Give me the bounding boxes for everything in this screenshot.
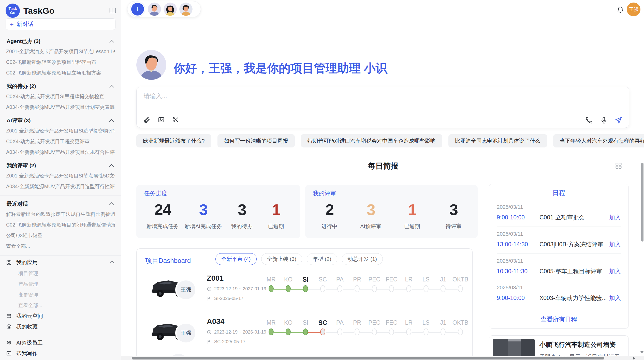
milestone-LR: LR <box>400 317 417 337</box>
list-item[interactable]: 公司Q3轻卡销量 <box>6 230 115 241</box>
join-button[interactable]: 加入 <box>609 214 621 221</box>
notification-bell-icon[interactable] <box>617 6 625 14</box>
suggestion-chip[interactable]: 如何写一份清晰的项目周报 <box>217 134 295 147</box>
tab-powertrain[interactable]: 动总开发 (1) <box>342 253 383 265</box>
new-chat-button[interactable]: + 新对话 <box>6 18 115 30</box>
sidebar-collapse-icon[interactable] <box>109 7 116 14</box>
list-item[interactable]: C02-飞腾新能源轻客改款项目立项汇报方案 <box>6 67 115 78</box>
microphone-button[interactable] <box>599 116 608 125</box>
project-dashboard-card: 项目Dashboard 全新平台 (4) 全新上装 (3) 年型 (2) 动总开… <box>136 248 473 360</box>
sidebar-item-project-mgmt[interactable]: 项目管理 <box>6 268 115 279</box>
milestone-SI: SI <box>297 274 314 293</box>
view-all-link[interactable]: 查看全部... <box>6 300 115 311</box>
milestone-FEC: FEC <box>383 317 400 337</box>
sidebar-item-cloud-space[interactable]: 我的云空间 <box>6 311 115 321</box>
voice-call-button[interactable] <box>585 116 593 125</box>
section-my-review[interactable]: 我的评审 (2) <box>7 162 114 169</box>
view-all-schedule-link[interactable]: 查看所有日程 <box>489 315 628 323</box>
milestone-FEC: FEC <box>383 274 400 293</box>
send-button[interactable] <box>614 116 623 125</box>
suggestion-chip[interactable]: 比亚迪全固态电池计划具体说了什么 <box>448 134 547 147</box>
schedule-date: 2025/03/11 <box>497 258 621 264</box>
project-code: Z001 <box>207 274 224 282</box>
join-button[interactable]: 加入 <box>609 267 621 275</box>
sidebar-item-change-mgmt[interactable]: 变更管理 <box>6 289 115 300</box>
message-composer <box>136 87 629 128</box>
milestone-LR: LR <box>400 274 417 293</box>
suggestion-chip[interactable]: 特朗普可能对进口汽车增税会对中国车企造成哪些影响 <box>301 134 442 147</box>
list-item[interactable]: Z001-全新燃油皮卡产品开发项目SI节点Lesson Learn报告 <box>6 46 115 57</box>
list-item[interactable]: Z001-全新燃油轻卡产品开发项目SI节点属性5D文件评审 <box>6 170 115 181</box>
project-row-z001[interactable]: 王强 Z001 2023-12-19 ~ 2027-01-19 SI-2025-… <box>137 272 472 315</box>
divider <box>0 196 121 196</box>
join-button[interactable]: 加入 <box>609 294 621 302</box>
list-item[interactable]: C02-飞腾新能源轻客改款项目里程碑画布 <box>6 57 115 67</box>
schedule-card: 日程 2025/03/11 9:00-10:00 C001-立项审批会 加入 2… <box>489 184 629 329</box>
plus-icon: + <box>131 3 144 16</box>
sidebar-item-favorites[interactable]: 我的收藏 <box>6 321 115 332</box>
agent-avatar-1[interactable] <box>148 3 161 16</box>
message-input[interactable] <box>143 92 577 107</box>
project-dates: 2023-12-19 ~ 2026-01-19 <box>207 329 266 335</box>
scroll-right-arrow[interactable] <box>633 357 635 359</box>
vertical-scrollbar-thumb[interactable] <box>641 163 643 242</box>
section-my-todo[interactable]: 我的待办 (2) <box>7 82 114 90</box>
list-item[interactable]: C0X4-动力总成开发项目工程变更评审 <box>6 136 115 147</box>
list-item[interactable]: C02-飞腾新能源轻客改款项目的闭环通告反馈情况 <box>6 219 115 230</box>
list-item[interactable]: A034-全新新能源MUV产品开发项目造型可行性评审 <box>6 181 115 192</box>
project-row-a034[interactable]: 王强 A034 2023-12-19 ~ 2026-01-19 SC-2025-… <box>137 315 472 358</box>
stat-pending-review: 3待评审 <box>440 199 467 230</box>
star-icon <box>6 324 12 329</box>
view-all-link[interactable]: 查看全部... <box>6 241 115 251</box>
schedule-entry: 2025/03/11 10:30-11:30 C005-整车工程目标评审 加入 <box>497 254 621 280</box>
apps-grid-icon <box>6 260 12 265</box>
tab-model-year[interactable]: 年型 (2) <box>307 253 337 265</box>
suggestion-chip[interactable]: 当下年轻人对汽车外观有怎样的喜好趋势 <box>553 134 644 147</box>
sidebar-item-help-write[interactable]: 帮我写作 <box>6 348 115 359</box>
schedule-entry: 2025/03/11 13:00-14:30 C003|H0B-方案冻结评审 加… <box>497 227 621 254</box>
people-icon <box>6 340 12 346</box>
scissors-icon <box>172 116 179 123</box>
join-button[interactable]: 加入 <box>609 241 621 248</box>
list-item[interactable]: 解释最新出台的欧盟报废车法规再生塑料比例被调至15%... <box>6 209 115 219</box>
stat-my-todo: 3我的待办 <box>228 199 256 230</box>
milestone-PEC: PEC <box>366 274 383 293</box>
scroll-down-arrow[interactable] <box>640 351 643 353</box>
list-item[interactable]: Z001-全新燃油轻卡产品开发项目SI造型提交物评审 <box>6 125 115 136</box>
section-agent-done[interactable]: Agent已办 (3) <box>7 37 114 45</box>
section-my-apps[interactable]: 我的应用 <box>6 257 115 268</box>
layout-grid-icon[interactable] <box>615 162 623 170</box>
tab-new-body[interactable]: 全新上装 (3) <box>261 253 302 265</box>
agent-toolbar: + <box>127 1 201 17</box>
schedule-title: 日程 <box>489 189 628 197</box>
schedule-name: X003-车辆动力学性能验... <box>539 294 609 302</box>
suggestion-chip[interactable]: 欧洲新规最近颁布了什么? <box>136 134 211 147</box>
horizontal-scrollbar-thumb[interactable] <box>132 357 604 359</box>
sidebar-item-product-mgmt[interactable]: 产品管理 <box>6 279 115 289</box>
list-item[interactable]: A034-全新新能源MUV产品开发项目计划变更表编写 <box>6 102 115 112</box>
agent-avatar-3[interactable] <box>179 3 193 16</box>
project-flag-date: SI-2025-05-17 <box>207 296 243 301</box>
schedule-time: 13:00-14:30 <box>497 241 539 248</box>
news-title: 小鹏飞行汽车制造公司增资 <box>539 340 616 349</box>
list-item[interactable]: A034-全新新能源MUV产品开发项目法规符合性评审 <box>6 147 115 157</box>
sidebar-item-ai-employees[interactable]: AI超级员工 <box>6 337 115 348</box>
list-item[interactable]: C0X4-动力总成开发项目SI里程碑提交物检查 <box>6 91 115 102</box>
chevron-up-icon <box>109 119 114 124</box>
user-avatar[interactable]: 王强 <box>627 3 640 16</box>
add-agent-button[interactable]: + <box>130 2 145 17</box>
section-header-label: 最近对话 <box>7 200 28 208</box>
menu-label: 帮我写作 <box>16 348 38 359</box>
screenshot-button[interactable] <box>171 115 180 124</box>
task-progress-card: 任务进度 24新增完成任务 3新增AI完成任务 3我的待办 1已逾期 <box>136 185 300 238</box>
insert-image-button[interactable] <box>157 115 166 124</box>
section-recent-chats[interactable]: 最近对话 <box>7 200 114 208</box>
attach-file-button[interactable] <box>143 115 151 124</box>
agent-avatar-2[interactable] <box>164 3 177 16</box>
schedule-entry: 2025/03/11 9:00-10:00 X003-车辆动力学性能验... 加… <box>497 280 621 307</box>
tab-new-platform[interactable]: 全新平台 (4) <box>215 253 257 265</box>
divider <box>0 336 121 336</box>
sidebar-scroll-area: Agent已办 (3) Z001-全新燃油皮卡产品开发项目SI节点Lesson … <box>0 33 121 360</box>
section-ai-review[interactable]: AI评审 (3) <box>7 117 114 124</box>
sidebar-item-creative-draw[interactable]: 创意制图 <box>6 359 115 360</box>
